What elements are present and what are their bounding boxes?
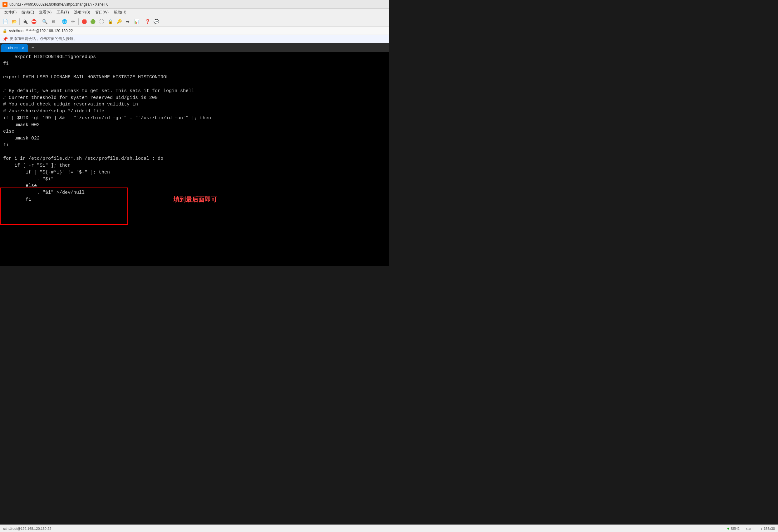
menu-tools[interactable]: 工具(T) <box>54 9 71 16</box>
toolbar-chat[interactable]: 💬 <box>152 17 160 25</box>
menu-file[interactable]: 文件(F) <box>2 9 19 16</box>
tab-add-button[interactable]: + <box>29 44 37 52</box>
toolbar-arrow[interactable]: ➡ <box>124 17 132 25</box>
toolbar-sep1 <box>19 18 20 25</box>
toolbar-edit2[interactable]: ✏ <box>69 17 77 25</box>
toolbar: 📄 📂 🔌 ⛔ 🔍 🖥 🌐 ✏ 🛑 🟢 ⛶ 🔒 🔑 ➡ 📊 ❓ 💬 <box>0 16 389 27</box>
tab-label: 1 ubuntu <box>5 46 20 50</box>
tab-bar: 1 ubuntu ✕ + <box>0 43 389 52</box>
toolbar-connect[interactable]: 🔌 <box>21 17 29 25</box>
menu-help[interactable]: 帮助(H) <box>111 9 129 16</box>
toolbar-key[interactable]: 🔑 <box>115 17 123 25</box>
menu-window[interactable]: 窗口(W) <box>93 9 111 16</box>
pin-icon: 📌 <box>2 36 8 41</box>
lock-icon: 🔒 <box>2 29 7 33</box>
toolbar-green[interactable]: 🟢 <box>89 17 97 25</box>
toolbar-sep2 <box>39 18 40 25</box>
toolbar-monitor[interactable]: 📊 <box>132 17 141 25</box>
tip-bar: 📌 要添加当前会话，点击左侧的箭头按钮。 <box>0 35 389 43</box>
terminal[interactable]: export HISTCONTROL=ignoredups fi export … <box>0 52 389 203</box>
tab-ubuntu[interactable]: 1 ubuntu ✕ <box>1 44 28 52</box>
address-bar: 🔒 ssh://root:*******@192.168.120.130:22 <box>0 27 389 35</box>
menu-tabs[interactable]: 选项卡(B) <box>72 9 93 16</box>
menu-edit[interactable]: 编辑(E) <box>19 9 36 16</box>
menu-bar: 文件(F) 编辑(E) 查看(V) 工具(T) 选项卡(B) 窗口(W) 帮助(… <box>0 9 389 16</box>
toolbar-disconnect[interactable]: ⛔ <box>30 17 38 25</box>
terminal-wrapper: export HISTCONTROL=ignoredups fi export … <box>0 52 389 266</box>
toolbar-zoom[interactable]: 🔍 <box>41 17 49 25</box>
toolbar-sep3 <box>59 18 59 25</box>
menu-view[interactable]: 查看(V) <box>36 9 54 16</box>
toolbar-screen[interactable]: 🖥 <box>49 17 58 25</box>
tab-close-icon[interactable]: ✕ <box>21 47 24 50</box>
tip-text: 要添加当前会话，点击左侧的箭头按钮。 <box>10 36 77 41</box>
toolbar-open[interactable]: 📂 <box>10 17 18 25</box>
toolbar-sep5 <box>142 18 142 25</box>
title-bar: X ubuntu - @69506602e1f8:/home/vsftpd/zh… <box>0 0 389 9</box>
toolbar-expand[interactable]: ⛶ <box>97 17 105 25</box>
toolbar-lock[interactable]: 🔒 <box>106 17 114 25</box>
address-text: ssh://root:*******@192.168.120.130:22 <box>9 29 73 33</box>
toolbar-new[interactable]: 📄 <box>1 17 9 25</box>
title-text: ubuntu - @69506602e1f8:/home/vsftpd/zhan… <box>9 2 108 7</box>
toolbar-globe[interactable]: 🌐 <box>60 17 68 25</box>
app-icon: X <box>2 2 7 7</box>
toolbar-stop[interactable]: 🛑 <box>80 17 88 25</box>
toolbar-sep4 <box>78 18 79 25</box>
toolbar-help[interactable]: ❓ <box>143 17 151 25</box>
